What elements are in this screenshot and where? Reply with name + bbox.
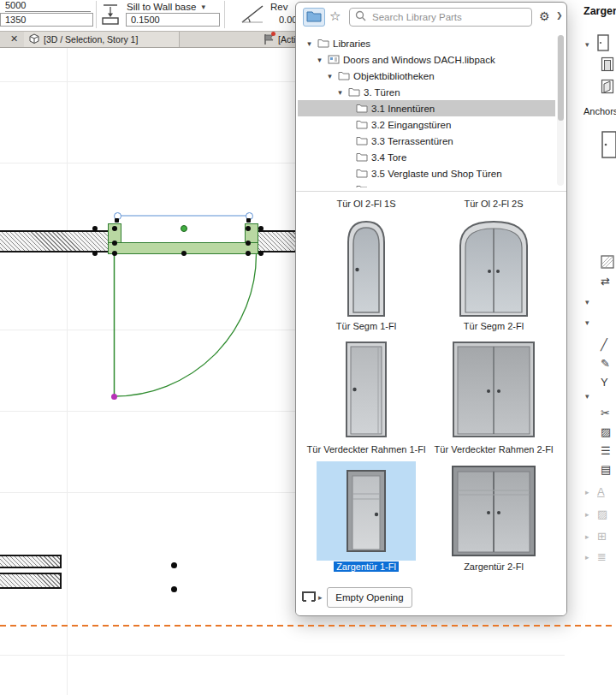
tree-item-terrassentueren[interactable]: 3.3 Terrassentüren (298, 133, 555, 149)
wall-segment[interactable] (258, 230, 299, 252)
sill-reference-dropdown[interactable]: Sill to Wall base ▾ (127, 2, 205, 12)
wall-segment[interactable] (0, 230, 109, 252)
pen-tool-button[interactable]: ✎ (601, 358, 610, 369)
door-elevation-icon (601, 56, 614, 75)
reference-point[interactable] (171, 562, 177, 568)
tree-item-label: 3.2 Eingangstüren (371, 120, 451, 130)
selection-handle[interactable] (112, 251, 117, 256)
search-icon (355, 9, 366, 25)
line-types-button[interactable]: ☰ (601, 445, 611, 456)
folder-icon (306, 9, 322, 26)
folder-icon (317, 38, 329, 50)
selection-handle[interactable] (92, 251, 98, 256)
selection-handle[interactable] (246, 218, 251, 223)
selection-handle[interactable] (181, 251, 187, 256)
selection-handle[interactable] (258, 251, 264, 256)
chevron-down-icon[interactable]: ▾ (315, 56, 324, 64)
door-open-icon (601, 79, 614, 98)
chevron-down-icon[interactable]: ▾ (325, 72, 335, 80)
section-expander[interactable]: ▾ (585, 392, 593, 401)
tree-item-partial[interactable] (298, 181, 555, 187)
selection-handle[interactable] (112, 226, 117, 231)
selection-handle[interactable] (246, 251, 251, 256)
sill-value-field[interactable]: 0.1500 (126, 13, 220, 27)
dimension-tool-button[interactable]: ╱ (601, 339, 607, 350)
library-item-label: Tür Verdeckter Rahmen 2-Fl (435, 444, 554, 454)
folder-icon (348, 86, 360, 98)
notification-dot (271, 32, 275, 36)
selection-handle[interactable] (112, 241, 117, 246)
chevron-down-icon[interactable]: ▾ (335, 88, 345, 97)
folder-view-button[interactable] (303, 8, 325, 27)
fill-hatch-icon: ▨ (601, 426, 611, 437)
selection-handle[interactable] (246, 241, 251, 246)
branch-button[interactable]: Y (601, 377, 608, 388)
tree-item-label: 3.4 Tore (371, 152, 406, 163)
library-item-label: Zargentür 2-Fl (464, 561, 524, 572)
close-icon[interactable]: ✕ (10, 33, 18, 45)
section-expander[interactable]: ▾ (585, 318, 593, 327)
chevron-down-icon[interactable]: ▾ (585, 40, 593, 49)
scrollbar-thumb[interactable] (558, 35, 564, 121)
section-expander[interactable]: ▾ (585, 298, 593, 306)
library-item[interactable]: Tür Segm 1-Fl (303, 213, 429, 333)
library-item-selected[interactable]: Zargentür 1-Fl (303, 461, 429, 573)
tree-item-objektbibliotheken[interactable]: ▾ Objektbibliotheken (298, 68, 555, 84)
pen-icon: ✎ (601, 358, 610, 369)
door-swing-hotspot[interactable] (111, 394, 117, 400)
preview-section-row[interactable]: ▾ (585, 34, 609, 55)
chevron-right-icon: ▸ (585, 510, 593, 519)
opening-flyout-button[interactable]: ▸ (301, 589, 323, 606)
selection-handle[interactable] (115, 218, 119, 223)
tree-item-tore[interactable]: 3.4 Tore (298, 149, 555, 165)
selection-handle[interactable] (246, 226, 251, 231)
folder-icon (356, 119, 368, 131)
swap-arrows-icon: ⇄ (601, 276, 610, 287)
library-item-label[interactable]: Tür Ol 2-Fl 2S (429, 198, 558, 211)
tree-item-tueren[interactable]: ▾ 3. Türen (298, 84, 555, 100)
layers-button[interactable]: ▤ (601, 464, 611, 475)
tree-item-libpack[interactable]: ▾ Doors and Windows DACH.libpack (298, 51, 555, 68)
flip-button[interactable]: ⇄ (601, 276, 610, 287)
tree-item-libraries[interactable]: ▾ Libraries (298, 35, 555, 51)
cut-button[interactable]: ✂ (601, 407, 610, 419)
fill-button[interactable]: ▨ (601, 426, 611, 437)
tree-item-verglaste[interactable]: 3.5 Verglaste und Shop Türen (298, 165, 555, 181)
search-input[interactable] (370, 11, 526, 23)
search-box[interactable] (349, 8, 532, 27)
selection-handle[interactable] (258, 226, 264, 231)
dimension-field-1[interactable]: 5000 (5, 0, 91, 12)
divider (224, 1, 225, 28)
chevron-right-icon: ▸ (585, 488, 593, 496)
edit-node-green[interactable] (181, 225, 187, 232)
favorites-star-icon[interactable]: ☆ (329, 9, 341, 24)
marquee-dashed-line[interactable] (0, 625, 616, 627)
dimension-field-2[interactable]: 1350 (0, 13, 93, 27)
door-open-preview-button[interactable] (601, 79, 614, 98)
opening-hatch-button[interactable] (601, 255, 614, 272)
tree-item-innentueren-selected[interactable]: 3.1 Innentüren (298, 100, 555, 116)
library-item[interactable]: Tür Segm 2-Fl (429, 213, 558, 333)
library-item[interactable]: Tür Verdeckter Rahmen 2-Fl (429, 335, 558, 456)
gear-icon[interactable]: ⚙ (539, 9, 550, 23)
branch-icon: Y (601, 377, 608, 388)
diagonal-line-icon: ╱ (601, 339, 607, 350)
library-item-label[interactable]: Tür Ol 2-Fl 1S (303, 198, 429, 211)
tab-3d-selection[interactable]: [3D / Selection, Story 1] (24, 32, 180, 47)
tree-item-eingangstueren[interactable]: 3.2 Eingangstüren (298, 116, 555, 133)
wall-segment[interactable] (0, 555, 62, 568)
wall-segment[interactable] (0, 573, 62, 589)
door-leaf-icon (597, 34, 609, 55)
anchor-door-button[interactable] (601, 130, 616, 163)
reference-point[interactable] (171, 586, 177, 592)
selection-handle[interactable] (92, 226, 98, 231)
library-item[interactable]: Zargentür 2-Fl (429, 461, 558, 573)
text-style-icon: A (597, 486, 605, 497)
chevron-down-icon[interactable]: ▾ (305, 39, 314, 48)
tree-scrollbar[interactable] (557, 35, 564, 186)
flyout-chevron-icon[interactable]: ❯ (556, 11, 563, 20)
empty-opening-button[interactable]: Empty Opening (327, 587, 412, 608)
anchors-label: Anchors (583, 106, 616, 116)
library-item[interactable]: Tür Verdeckter Rahmen 1-Fl (303, 335, 429, 456)
door-preview-button[interactable] (601, 56, 614, 75)
